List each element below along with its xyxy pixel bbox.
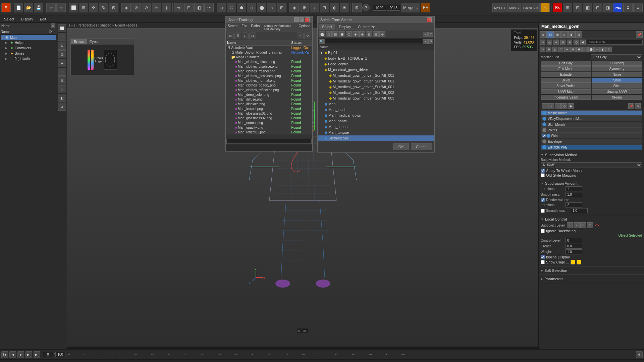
asset-tb6[interactable]: ⚙	[304, 33, 311, 39]
rp-pin-icon[interactable]: 📌	[636, 31, 643, 38]
filter-clear-btn[interactable]: ×	[423, 32, 428, 37]
render-btn[interactable]: ▷	[310, 3, 319, 12]
open-file-btn[interactable]: 📂	[24, 3, 33, 12]
asset-row-15[interactable]: ■Man_glossiness02.pngFound	[226, 116, 312, 121]
geo-btn7[interactable]: ⊞	[277, 3, 286, 12]
asset-tb2[interactable]: ☰	[234, 33, 241, 39]
geo-btn6[interactable]: ⌂	[267, 3, 276, 12]
asset-row-16[interactable]: ■Man_normal.pngFound	[226, 121, 312, 125]
subobj-icon2[interactable]: /	[574, 222, 580, 228]
tree-item-bones[interactable]: ▶ ◆ Bones	[5, 51, 56, 56]
local-control-header[interactable]: ▼ Local Control	[541, 217, 642, 222]
scene-row-15[interactable]: ◼ Stethoscope	[318, 135, 434, 141]
asset-row-10[interactable]: ■Man_deep_color.pngFound	[226, 93, 312, 97]
select-btn[interactable]: ⬜	[69, 3, 78, 12]
isoline-check[interactable]	[541, 255, 545, 259]
mod-btn-slice[interactable]: Slice	[592, 83, 642, 88]
scene-row-0[interactable]: ▼ ◆ Bip01	[318, 50, 434, 56]
percent-snap-btn[interactable]: %	[152, 3, 161, 12]
man-expand[interactable]: ▼	[1, 36, 5, 39]
asset-scroll[interactable]: Name Status 🗄 Autodesk VaultLogged Ou🗋 M…	[226, 40, 312, 134]
st-icon8[interactable]: ⊞	[366, 31, 372, 37]
scene-row-1[interactable]: ◆ body_EFB_TONGUE_1	[318, 56, 434, 61]
tool4-btn[interactable]: ⊟	[593, 3, 602, 12]
select-ok-btn[interactable]: OK	[393, 143, 409, 150]
sub-icon-edge[interactable]: /	[548, 103, 554, 109]
rp-hierarchy-icon[interactable]: ⊞	[554, 31, 561, 38]
asset-menu-options[interactable]: Options	[298, 24, 311, 31]
et-icon4[interactable]: ⬡	[558, 47, 564, 52]
sel-icon3[interactable]: ⊕	[553, 40, 559, 45]
asset-hscrollbar[interactable]	[226, 134, 312, 138]
prx-btn[interactable]: PRX	[613, 3, 623, 12]
asset-tb5[interactable]: ?	[297, 33, 304, 39]
tree-item-default[interactable]: ▶ ◻ 0 (default)	[5, 56, 56, 61]
scene-row-14[interactable]: ◼ Man_tongue	[318, 130, 434, 135]
subobj-icon4[interactable]: ⬡	[587, 222, 593, 228]
current-frame-input[interactable]	[43, 352, 53, 357]
st-icon10[interactable]: ⊙	[379, 31, 385, 37]
next-key-btn[interactable]: ▶|	[34, 351, 40, 358]
apply-whole-mesh-check[interactable]	[541, 169, 545, 173]
control-level-input[interactable]	[566, 238, 582, 243]
sub-icon-poly[interactable]: ⬡	[561, 103, 567, 109]
st-icon9[interactable]: ⊟	[373, 31, 379, 37]
sel-icon4[interactable]: ⊟	[560, 40, 566, 45]
asset-search-input[interactable]	[226, 139, 312, 144]
et-icon6[interactable]: ⊞	[570, 47, 576, 52]
mod-btn-xform[interactable]: XForm	[592, 95, 642, 100]
mod-stack-envelope[interactable]: Envelope	[541, 139, 642, 144]
ignore-backfacing-check[interactable]	[541, 229, 545, 233]
asset-row-8[interactable]: ■Man_clothes_opacity.pngFound	[226, 83, 312, 88]
sd-tab-customize[interactable]: Customize	[355, 24, 378, 30]
warning-btn[interactable]: ⚠	[540, 3, 550, 12]
asset-row-12[interactable]: ■Man_displace.pngFound	[226, 102, 312, 107]
mod-stack-skinmorph[interactable]: Skin Morph	[541, 122, 642, 127]
scene-row-3[interactable]: ◆ M_medical_gown_driver	[318, 67, 434, 73]
render-smoothness-input[interactable]	[571, 208, 588, 213]
default-expand[interactable]: ▶	[5, 57, 9, 60]
asset-row-7[interactable]: ■Man_clothes_normal.pngFound	[226, 78, 312, 83]
bones-expand[interactable]: ▶	[5, 52, 9, 55]
sel-icon7[interactable]: ⬟	[580, 40, 586, 45]
sel-icon2[interactable]: ◎	[547, 40, 552, 45]
mod-btn-indenable[interactable]: Indenable Seam	[541, 95, 591, 100]
scene-row-12[interactable]: ◼ Man_pants	[318, 118, 434, 124]
cage-color2[interactable]	[577, 260, 581, 264]
asset-menu-paths[interactable]: Paths	[251, 24, 261, 31]
subdiv-amount-header[interactable]: ▼ Subdivision Amount	[541, 181, 642, 186]
scene-row-13[interactable]: ◼ Man_shoes	[318, 124, 434, 130]
region-select-btn[interactable]: ⊞	[79, 3, 88, 12]
pastefrom-btn[interactable]: PasteFrom	[522, 3, 540, 12]
time-config-btn[interactable]: ⚙	[636, 351, 643, 358]
st-icon2[interactable]: ◻	[326, 31, 332, 37]
asset-row-9[interactable]: ■Man_clothes_reflection.pngFound	[226, 88, 312, 93]
snap-btn[interactable]: ⊕	[131, 3, 141, 12]
crease-input[interactable]	[566, 244, 582, 249]
rx-btn[interactable]: Rx	[553, 3, 562, 12]
render-values-check[interactable]	[541, 198, 545, 202]
et-icon7[interactable]: ⬟	[576, 47, 582, 52]
br-btn[interactable]: BR	[421, 3, 430, 12]
old-style-mapping-check[interactable]	[541, 173, 545, 177]
geo-btn4[interactable]: ◇	[247, 3, 256, 12]
et-icon2[interactable]: ⊟	[546, 47, 551, 52]
undo-btn[interactable]: ↩	[46, 3, 56, 12]
scene-list[interactable]: ▼ ◆ Bip01◆ body_EFB_TONGUE_1◆ Face_contr…	[318, 50, 434, 141]
material-btn[interactable]: ◈	[289, 3, 299, 12]
bones-btn[interactable]: ⊠	[352, 3, 362, 12]
select-cancel-btn[interactable]: Cancel	[411, 143, 432, 150]
scene-search-input[interactable]	[324, 39, 422, 44]
mod-btn-bevel-profile[interactable]: Bevel Profile	[541, 83, 591, 88]
display-btn[interactable]: ◧	[58, 94, 66, 102]
active-shade-btn[interactable]: ◐	[330, 3, 339, 12]
asset-maximize-btn[interactable]: □	[300, 17, 304, 22]
et-icon1[interactable]: ⊙	[540, 47, 545, 52]
scale-tool-btn[interactable]: ⊠	[58, 50, 66, 58]
align-btn[interactable]: ⊟	[184, 3, 194, 12]
extra-btn[interactable]: ≡	[633, 3, 643, 12]
sel-icon1[interactable]: ⊙	[540, 40, 545, 45]
render-smoothness-check[interactable]	[541, 209, 545, 213]
et-icon10[interactable]: ⌂	[594, 47, 600, 52]
mod-stack-editable-poly[interactable]: Editable Poly	[541, 144, 642, 150]
